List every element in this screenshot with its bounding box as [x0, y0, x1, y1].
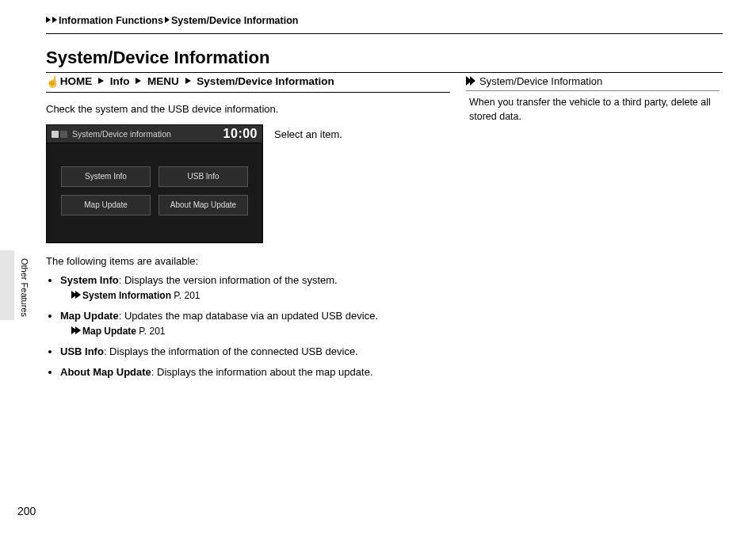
nav-menu: MENU: [147, 75, 179, 87]
xref-icon: [71, 291, 81, 299]
screenshot-caption: Select an item.: [274, 124, 342, 142]
item-desc: : Updates the map database via an update…: [119, 310, 378, 322]
intro-text: Check the system and the USB device info…: [46, 102, 450, 116]
item-list: System Info: Displays the version inform…: [46, 273, 450, 380]
side-tab: [0, 250, 14, 320]
side-tab-label: Other Features: [17, 258, 30, 317]
breadcrumb: Information FunctionsSystem/Device Infor…: [46, 14, 723, 34]
item-desc: : Displays the version information of th…: [119, 274, 338, 286]
item-title: About Map Update: [60, 366, 151, 378]
note-header: System/Device Information: [466, 74, 720, 91]
nav-home: HOME: [60, 75, 93, 87]
breadcrumb-part-1: Information Functions: [59, 15, 163, 26]
page-heading: System/Device Information: [46, 46, 723, 73]
xref-title: System Information: [82, 290, 171, 301]
breadcrumb-part-2: System/Device Information: [171, 15, 298, 26]
item-desc: : Displays the information about the map…: [151, 366, 373, 378]
note-title: System/Device Information: [479, 75, 602, 87]
embedded-screenshot: System/Device information 10:00 System I…: [46, 124, 263, 243]
xref-icon: [71, 326, 81, 335]
nav-dest: System/Device Information: [197, 75, 334, 87]
about-map-update-button[interactable]: About Map Update: [158, 195, 248, 216]
list-item: USB Info: Displays the information of th…: [60, 345, 450, 359]
xref-page: P. 201: [136, 326, 165, 337]
map-update-button[interactable]: Map Update: [61, 195, 151, 216]
list-item: About Map Update: Displays the informati…: [60, 365, 450, 380]
triangle-icon: [165, 17, 170, 23]
page-title: System/Device Information: [46, 46, 723, 71]
item-desc: : Displays the information of the connec…: [104, 345, 358, 357]
system-info-button[interactable]: System Info: [61, 166, 151, 187]
note-icon: [466, 76, 477, 86]
note-column: System/Device Information When you trans…: [466, 74, 720, 534]
item-title: Map Update: [60, 310, 119, 322]
note-body: When you transfer the vehicle to a third…: [466, 96, 720, 124]
screenshot-titlebar: System/Device information 10:00: [47, 125, 262, 143]
item-title: USB Info: [60, 345, 104, 357]
triangle-icon: [98, 78, 104, 84]
follow-text: The following items are available:: [46, 254, 450, 269]
page-number: 200: [17, 504, 36, 520]
triangle-icon: [136, 78, 141, 84]
list-item: Map Update: Updates the map database via…: [60, 309, 450, 338]
xref-page: P. 201: [171, 290, 200, 301]
xref-title: Map Update: [82, 326, 136, 337]
list-item: System Info: Displays the version inform…: [60, 273, 450, 303]
nav-path: ☝ HOME Info MENU System/Device Informati…: [46, 74, 450, 93]
usb-info-button[interactable]: USB Info: [158, 166, 248, 187]
titlebar-icons: [52, 131, 67, 138]
screenshot-title: System/Device information: [72, 128, 171, 140]
nav-info: Info: [110, 75, 130, 87]
triangle-icon: [46, 17, 51, 23]
item-title: System Info: [60, 274, 119, 286]
triangle-icon: [52, 17, 57, 23]
cross-reference: System Information P. 201: [71, 289, 450, 303]
hand-icon: ☝: [46, 75, 57, 90]
clock-display: 10:00: [223, 125, 258, 143]
triangle-icon: [185, 78, 191, 84]
cross-reference: Map Update P. 201: [71, 325, 450, 338]
